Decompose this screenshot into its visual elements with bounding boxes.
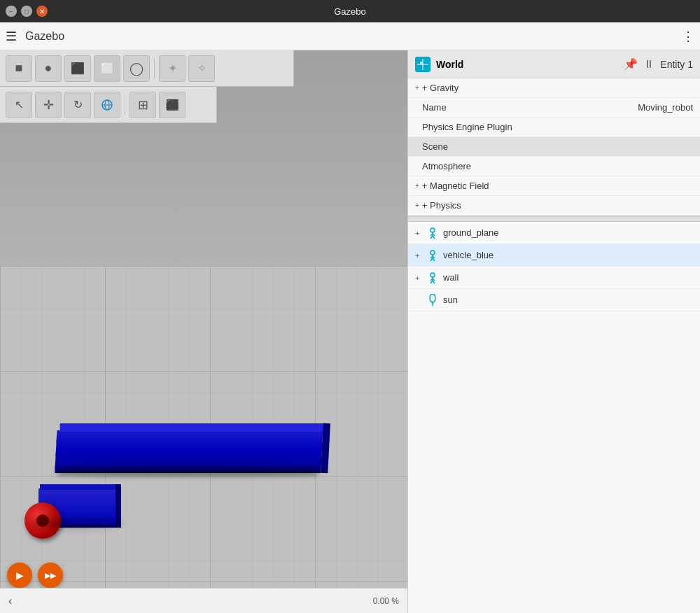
atmosphere-label: Atmosphere: [422, 161, 693, 171]
status-bar: ‹ 0.00 %: [0, 588, 407, 613]
entity-row-sun[interactable]: sun: [408, 289, 700, 311]
translate-tool-button[interactable]: ✛: [35, 92, 62, 118]
svg-rect-5: [170, 100, 174, 101]
screenshot-button[interactable]: ⬛: [159, 92, 186, 118]
entity-row-ground-plane[interactable]: + ground_plane: [408, 222, 700, 244]
ellipsoid-tool-button[interactable]: ◯: [123, 55, 150, 82]
play-controls: ▶ ▶▶: [7, 563, 63, 588]
menubar: ☰ Gazebo ⋮: [0, 22, 700, 50]
toolbar-row2: ↖ ✛ ↻ ⊞ ⬛: [0, 87, 217, 123]
toolbar-separator-1: [154, 58, 155, 79]
close-button[interactable]: ✕: [36, 6, 48, 17]
svg-line-18: [433, 236, 435, 239]
entity-expand-vehicle-blue: +: [415, 251, 424, 260]
entity-icon-wall: [426, 272, 439, 284]
physics-engine-label: Physics Engine Plugin: [422, 122, 693, 132]
name-value: Moving_robot: [638, 102, 693, 113]
svg-point-13: [430, 228, 435, 232]
physics-expand: +: [415, 202, 419, 209]
section-divider: [408, 216, 700, 222]
svg-rect-12: [420, 62, 423, 64]
magnetic-field-label: + Magnetic Field: [422, 181, 693, 191]
entity-name-ground-plane: ground_plane: [443, 227, 693, 238]
window-title: Gazebo: [48, 6, 652, 17]
magnetic-expand: +: [415, 182, 419, 190]
hamburger-menu-button[interactable]: ☰: [6, 29, 17, 44]
panel-pin-button[interactable]: 📌: [624, 57, 638, 71]
sphere-tool-button[interactable]: ●: [35, 55, 62, 82]
entity-name-vehicle-blue: vehicle_blue: [443, 250, 693, 260]
svg-point-31: [430, 294, 435, 302]
main-layout: ■ ● ⬛ ⬜ ◯ ✦ ✧ ↖ ✛ ↻ ⊞ ⬛: [0, 50, 700, 613]
scene-label: Scene: [422, 141, 693, 152]
cylinder-tool-button[interactable]: ⬛: [64, 55, 91, 82]
panel-header: World 📌 ⏸ Entity 1: [408, 50, 700, 78]
blue-long-box: [55, 430, 323, 469]
magnetic-field-row[interactable]: + + Magnetic Field: [408, 176, 700, 196]
titlebar: − □ ✕ Gazebo: [0, 0, 700, 22]
scene-row[interactable]: Scene: [408, 137, 700, 157]
entity-name-sun: sun: [443, 295, 693, 305]
box-tool-button[interactable]: ■: [6, 55, 32, 82]
world-properties: + + Gravity Name Moving_robot Physics En…: [408, 78, 700, 216]
atmosphere-row[interactable]: Atmosphere: [408, 157, 700, 176]
entity-expand-ground-plane: +: [415, 229, 424, 237]
maximize-button[interactable]: □: [21, 6, 32, 17]
fast-forward-icon: ▶▶: [45, 571, 56, 580]
svg-point-25: [430, 273, 435, 277]
viewport[interactable]: ■ ● ⬛ ⬜ ◯ ✦ ✧ ↖ ✛ ↻ ⊞ ⬛: [0, 50, 407, 613]
entity-icon-vehicle-blue: [426, 249, 439, 262]
panel-pause-button[interactable]: ⏸: [643, 58, 654, 71]
capsule-tool-button[interactable]: ⬜: [94, 55, 120, 82]
entity-expand-wall: +: [415, 274, 424, 282]
world-icon: [415, 57, 430, 72]
toolbar-row1: ■ ● ⬛ ⬜ ◯ ✦ ✧: [0, 50, 294, 87]
svg-line-24: [433, 258, 435, 261]
grid-button[interactable]: ⊞: [130, 92, 156, 118]
entity-icon-ground-plane: [426, 227, 439, 239]
point-light-button[interactable]: ✧: [188, 55, 215, 82]
entity-panel: World 📌 ⏸ Entity 1 + + Gravity Name Movi…: [407, 50, 700, 613]
more-menu-button[interactable]: ⋮: [682, 29, 694, 44]
rotate-tool-button[interactable]: ↻: [64, 92, 91, 118]
name-label: Name: [422, 102, 638, 113]
gravity-label: + Gravity: [422, 83, 693, 93]
entity-row-wall[interactable]: + wall: [408, 267, 700, 289]
svg-line-30: [433, 281, 435, 283]
gravity-row[interactable]: + + Gravity: [408, 78, 700, 98]
physics-label: + Physics: [422, 200, 693, 211]
svg-point-4: [170, 104, 175, 108]
entity-list: + ground_plane +: [408, 222, 700, 613]
name-row[interactable]: Name Moving_robot: [408, 98, 700, 118]
minimize-button[interactable]: −: [6, 6, 17, 17]
entity-name-wall: wall: [443, 272, 693, 283]
physics-engine-row[interactable]: Physics Engine Plugin: [408, 118, 700, 137]
play-button[interactable]: ▶: [7, 563, 32, 588]
entity-icon-sun: [426, 294, 439, 306]
svg-point-19: [430, 251, 435, 255]
panel-entity-label: Entity 1: [660, 59, 693, 70]
panel-world-label: World: [436, 59, 618, 70]
entity-row-vehicle-blue[interactable]: + vehicle_blue: [408, 244, 700, 267]
physics-row[interactable]: + + Physics: [408, 196, 700, 216]
fast-forward-button[interactable]: ▶▶: [38, 563, 63, 588]
select-tool-button[interactable]: ↖: [6, 92, 32, 118]
view-angle-button[interactable]: [94, 92, 120, 118]
status-arrow-left[interactable]: ‹: [8, 595, 12, 607]
zoom-level: 0.00 %: [373, 596, 399, 606]
app-title: Gazebo: [25, 30, 673, 43]
toolbar-separator-2: [125, 94, 125, 115]
scene-3d: [0, 50, 407, 613]
gravity-expand: +: [415, 84, 419, 92]
directional-light-button[interactable]: ✦: [159, 55, 186, 82]
